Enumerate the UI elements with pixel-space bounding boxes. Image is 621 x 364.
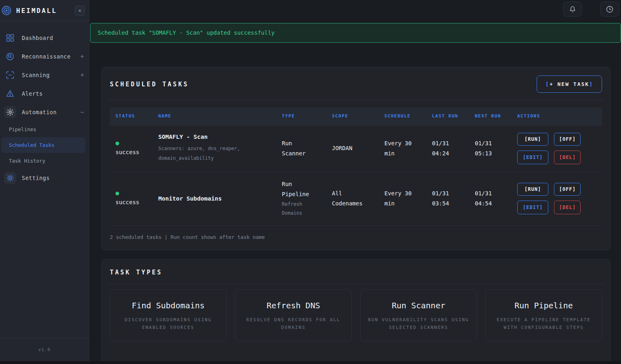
edit-button[interactable]: [EDIT] [517, 201, 548, 214]
card-title: Refresh DNS [241, 301, 346, 310]
actions-cell: [RUN] [OFF] [EDIT] [DEL] [517, 133, 602, 164]
table-row: success Monitor Subdomains Run Pipeline … [110, 172, 602, 225]
sub-item-label: Task History [9, 158, 45, 164]
col-header-actions: ACTIONS [517, 113, 602, 119]
table-header-row: STATUS NAME TYPE SCOPE SCHEDULE LAST RUN… [110, 107, 602, 125]
card-title: Run Pipeline [491, 301, 596, 310]
app-version: v1.0 [38, 347, 51, 352]
run-button[interactable]: [RUN] [517, 133, 548, 146]
sidebar-item-dashboard[interactable]: Dashboard [0, 29, 89, 47]
schedule-cell: Every 30 min [384, 138, 432, 159]
delete-button[interactable]: [DEL] [554, 201, 581, 214]
task-types-panel: TASK TYPES Find Subdomains DISCOVER SUBD… [101, 259, 611, 364]
next-run-cell: 01/31 04:54 [475, 188, 517, 209]
panel-title: TASK TYPES [110, 269, 162, 276]
sun-rays-icon [4, 106, 16, 118]
task-type-card-run-pipeline[interactable]: Run Pipeline EXECUTE A PIPELINE TEMPLATE… [485, 289, 602, 342]
scheduled-tasks-header: SCHEDULED TASKS [+ NEW TASK] [108, 67, 604, 100]
task-type-detail: Refresh Domains [282, 200, 317, 218]
name-cell: Monitor Subdomains [158, 195, 282, 202]
main-area: Scheduled task "SOMAFLY - Scan" updated … [89, 0, 621, 364]
sidebar-footer: v1.0 [0, 338, 89, 361]
task-type-card-refresh-dns[interactable]: Refresh DNS RESOLVE DNS RECORDS FOR ALL … [235, 289, 352, 342]
col-header-type: TYPE [282, 113, 332, 119]
task-type: Run Pipeline [282, 179, 317, 199]
sidebar: HEIMDALL « Dashboard Recon [0, 0, 89, 364]
sidebar-item-scanning[interactable]: Scanning + [0, 66, 89, 84]
sidebar-item-automation[interactable]: Automation − [0, 103, 89, 121]
sub-item-label: Pipelines [9, 126, 36, 132]
col-header-last-run: LAST RUN [432, 113, 475, 119]
card-description: RUN VULNERABILITY SCANS USING SELECTED S… [366, 316, 471, 332]
status-cell: success [110, 192, 158, 205]
sidebar-item-pipelines[interactable]: Pipelines [1, 121, 86, 137]
task-name-detail: Scanners: azure, dns_reaper, domain_avai… [158, 144, 271, 163]
task-type-card-run-scanner[interactable]: Run Scanner RUN VULNERABILITY SCANS USIN… [360, 289, 477, 342]
card-description: DISCOVER SUBDOMAINS USING ENABLED SOURCE… [116, 316, 220, 332]
panel-title: SCHEDULED TASKS [110, 81, 189, 88]
scope-cell: All Codenames [332, 188, 384, 209]
type-cell: Run Scanner [282, 138, 332, 159]
collapse-minus-icon[interactable]: − [80, 109, 84, 116]
clock-icon [606, 5, 614, 13]
gear-icon [4, 172, 16, 184]
sidebar-item-label: Alerts [22, 90, 84, 97]
new-task-button[interactable]: [+ NEW TASK] [537, 75, 602, 93]
scheduled-tasks-panel: SCHEDULED TASKS [+ NEW TASK] STATUS NAME… [101, 67, 611, 250]
sidebar-item-task-history[interactable]: Task History [1, 153, 86, 169]
banner-message: Scheduled task "SOMAFLY - Scan" updated … [98, 29, 275, 36]
task-name: Monitor Subdomains [158, 195, 271, 202]
scan-frame-icon [4, 69, 16, 81]
sidebar-nav: Dashboard Reconnaissance + [0, 21, 89, 338]
bracket-open: [ [545, 81, 550, 87]
col-header-name: NAME [158, 113, 282, 119]
sidebar-item-label: Scanning [22, 72, 80, 78]
bottom-strip [0, 361, 621, 364]
sidebar-item-reconnaissance[interactable]: Reconnaissance + [0, 47, 89, 66]
dashboard-grid-icon [4, 32, 16, 44]
notifications-button[interactable] [563, 2, 582, 17]
sidebar-item-settings[interactable]: Settings [0, 169, 89, 187]
run-button[interactable]: [RUN] [517, 183, 548, 196]
card-title: Run Scanner [366, 301, 471, 310]
next-run-cell: 01/31 05:13 [475, 138, 517, 159]
task-type-card-find-subdomains[interactable]: Find Subdomains DISCOVER SUBDOMAINS USIN… [110, 289, 227, 342]
schedule-cell: Every 30 min [384, 188, 432, 209]
sidebar-item-alerts[interactable]: Alerts [0, 84, 89, 103]
table-footer-note: 2 scheduled tasks | Run count shown afte… [110, 226, 602, 250]
edit-button[interactable]: [EDIT] [517, 151, 548, 164]
delete-button[interactable]: [DEL] [554, 151, 581, 164]
sidebar-item-scheduled-tasks[interactable]: Scheduled Tasks [1, 137, 86, 153]
col-header-schedule: SCHEDULE [384, 113, 432, 119]
task-name: SOMAFLY - Scan [158, 134, 271, 140]
status-dot-icon [115, 142, 119, 145]
sidebar-header: HEIMDALL « [0, 0, 89, 21]
sub-item-label: Scheduled Tasks [9, 142, 55, 148]
actions-cell: [RUN] [OFF] [EDIT] [DEL] [517, 183, 602, 214]
status-label: success [115, 149, 139, 155]
status-cell: success [110, 142, 158, 155]
sidebar-collapse-button[interactable]: « [75, 6, 85, 16]
sidebar-item-label: Settings [22, 175, 84, 181]
off-button[interactable]: [OFF] [554, 183, 581, 196]
card-title: Find Subdomains [116, 301, 220, 310]
history-button[interactable] [600, 2, 619, 17]
card-description: EXECUTE A PIPELINE TEMPLATE WITH CONFIGU… [491, 316, 596, 332]
off-button[interactable]: [OFF] [554, 133, 581, 146]
expand-plus-icon[interactable]: + [80, 53, 84, 60]
new-task-label: + NEW TASK [550, 81, 589, 87]
col-header-next-run: NEXT RUN [475, 113, 517, 119]
status-dot-icon [115, 192, 119, 195]
status-label: success [115, 199, 139, 205]
table-row: success SOMAFLY - Scan Scanners: azure, … [110, 125, 602, 172]
task-types-header: TASK TYPES [108, 259, 604, 284]
card-description: RESOLVE DNS RECORDS FOR ALL DOMAINS [241, 316, 346, 332]
expand-plus-icon[interactable]: + [80, 71, 84, 79]
task-type-cards: Find Subdomains DISCOVER SUBDOMAINS USIN… [102, 284, 610, 364]
bracket-close: ] [589, 81, 593, 87]
tasks-table: STATUS NAME TYPE SCOPE SCHEDULE LAST RUN… [102, 100, 610, 250]
sidebar-item-label: Automation [22, 109, 80, 115]
col-header-scope: SCOPE [332, 113, 384, 119]
task-type: Run Scanner [282, 138, 317, 159]
scope-cell: JORDAN [332, 143, 384, 153]
